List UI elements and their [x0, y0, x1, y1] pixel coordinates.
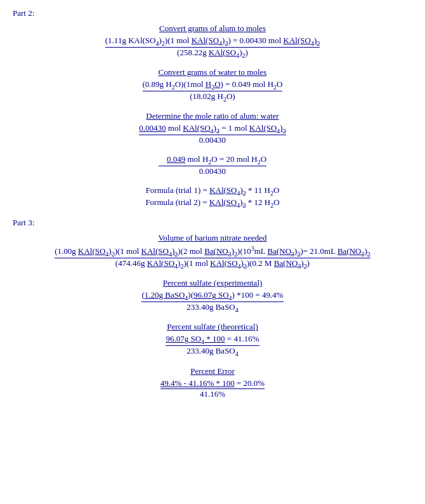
barium-fraction: (1.00g KAl(SO4)2)(1 mol KAl(SO4)2)(2 mol… [13, 245, 412, 270]
percent-sulfate-exp-num: (1.20g BaSO4)(96.07g SO4) *100 = 49.4% [141, 290, 283, 302]
alum-fraction-display: (1.11g KAl(SO4)2)(1 mol KAl(SO4)2) = 0.0… [105, 36, 320, 58]
barium-denominator: (474.46g KAl(SO4)2)(1 mol KAl(SO4)2)(0.2… [55, 258, 370, 270]
water-fraction-display: (0.89g H2O)(1mol H2O) = 0.049 mol H2O (1… [143, 79, 283, 102]
mole-ratio-alum-num: 0.00430 mol KAl(SO4)2 = 1 mol KAl(SO4)2 [139, 123, 285, 135]
mole-ratio-alum-den: 0.00430 [139, 135, 285, 145]
alum-fraction: (1.11g KAl(SO4)2)(1 mol KAl(SO4)2) = 0.0… [13, 36, 412, 58]
mole-ratio-block: Determine the mole ratio of alum: water … [13, 111, 412, 176]
percent-sulfate-theo-display: 96.07g SO4 * 100 = 41.16% 233.40g BaSO4 [166, 334, 259, 357]
formula-block: Formula (trial 1) = KAl(SO4)2 * 11 H2O F… [13, 185, 412, 209]
percent-sulfate-theo-heading: Percent sulfate (theoretical) [13, 322, 412, 332]
convert-water-heading: Convert grams of water to moles [13, 67, 412, 77]
alum-numerator: (1.11g KAl(SO4)2)(1 mol KAl(SO4)2) = 0.0… [105, 36, 320, 48]
mole-ratio-heading: Determine the mole ratio of alum: water [13, 111, 412, 121]
mole-ratio-water-den: 0.00430 [159, 166, 266, 176]
part3-section: Part 3: Volume of barium nitrate needed … [13, 218, 412, 399]
water-denominator: (18.02g H2O) [143, 91, 283, 103]
water-fraction: (0.89g H2O)(1mol H2O) = 0.049 mol H2O (1… [13, 79, 412, 102]
percent-error-block: Percent Error 49.4% - 41.16% * 100 = 20.… [13, 366, 412, 399]
part2-label: Part 2: [13, 8, 412, 18]
barium-fraction-display: (1.00g KAl(SO4)2)(1 mol KAl(SO4)2)(2 mol… [55, 245, 370, 270]
percent-error-display: 49.4% - 41.16% * 100 = 20.0% 41.16% [160, 378, 265, 399]
convert-alum-heading: Convert grams of alum to moles [13, 23, 412, 34]
percent-sulfate-theo-den: 233.40g BaSO4 [166, 346, 259, 357]
part3-label: Part 3: [13, 218, 412, 228]
mole-ratio-water-fraction: 0.049 mol H2O = 20 mol H2O 0.00430 [13, 154, 412, 176]
volume-barium-block: Volume of barium nitrate needed (1.00g K… [13, 233, 412, 270]
formula-trial2: Formula (trial 2) = KAl(SO4)2 * 12 H2O [13, 197, 412, 209]
formula-trial1: Formula (trial 1) = KAl(SO4)2 * 11 H2O [13, 185, 412, 197]
mole-ratio-alum-display: 0.00430 mol KAl(SO4)2 = 1 mol KAl(SO4)2 … [139, 123, 285, 145]
water-numerator: (0.89g H2O)(1mol H2O) = 0.049 mol H2O [143, 79, 283, 91]
mole-ratio-alum-fraction: 0.00430 mol KAl(SO4)2 = 1 mol KAl(SO4)2 … [13, 123, 412, 145]
mole-ratio-water-num: 0.049 mol H2O = 20 mol H2O [159, 154, 266, 166]
percent-sulfate-exp-display: (1.20g BaSO4)(96.07g SO4) *100 = 49.4% 2… [141, 290, 283, 313]
percent-sulfate-theo-fraction: 96.07g SO4 * 100 = 41.16% 233.40g BaSO4 [13, 334, 412, 357]
percent-error-fraction: 49.4% - 41.16% * 100 = 20.0% 41.16% [13, 378, 412, 399]
percent-sulfate-theo-num: 96.07g SO4 * 100 = 41.16% [166, 334, 259, 346]
mole-ratio-water-display: 0.049 mol H2O = 20 mol H2O 0.00430 [159, 154, 266, 176]
barium-numerator: (1.00g KAl(SO4)2)(1 mol KAl(SO4)2)(2 mol… [55, 245, 370, 258]
percent-sulfate-theo-block: Percent sulfate (theoretical) 96.07g SO4… [13, 322, 412, 357]
percent-error-heading: Percent Error [13, 366, 412, 376]
convert-alum-block: Convert grams of alum to moles (1.11g KA… [13, 23, 412, 58]
percent-error-num: 49.4% - 41.16% * 100 = 20.0% [160, 378, 265, 389]
alum-denominator: (258.22g KAl(SO4)2) [105, 48, 320, 59]
percent-sulfate-exp-fraction: (1.20g BaSO4)(96.07g SO4) *100 = 49.4% 2… [13, 290, 412, 313]
percent-sulfate-exp-den: 233.40g BaSO4 [141, 302, 283, 314]
percent-error-den: 41.16% [160, 389, 265, 399]
part2-section: Part 2: Convert grams of alum to moles (… [13, 8, 412, 209]
convert-water-block: Convert grams of water to moles (0.89g H… [13, 67, 412, 102]
percent-sulfate-exp-block: Percent sulfate (experimental) (1.20g Ba… [13, 278, 412, 313]
volume-barium-heading: Volume of barium nitrate needed [13, 233, 412, 243]
percent-sulfate-exp-heading: Percent sulfate (experimental) [13, 278, 412, 288]
